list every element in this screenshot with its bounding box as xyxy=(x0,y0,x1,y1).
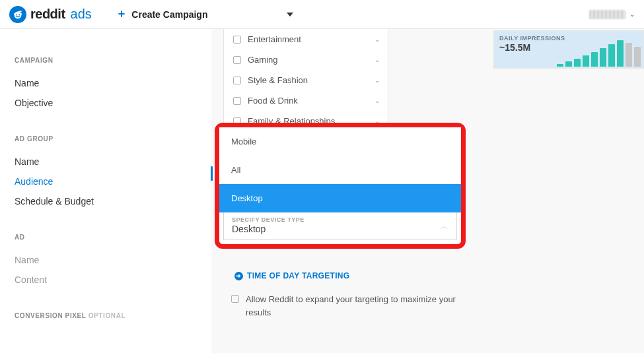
checkbox[interactable] xyxy=(233,77,241,84)
conversion-pixel-label: CONVERSION PIXEL xyxy=(15,312,86,319)
chevron-up-icon[interactable]: ︿ xyxy=(441,220,448,232)
svg-point-4 xyxy=(14,13,15,14)
sidebar-item-audience[interactable]: Audience xyxy=(15,172,197,191)
create-campaign-button[interactable]: + Create Campaign xyxy=(118,7,294,21)
sidebar-item-ad-name[interactable]: Name xyxy=(15,250,197,270)
create-campaign-label: Create Campaign xyxy=(131,9,207,20)
active-indicator xyxy=(211,166,213,181)
sidebar-item-content[interactable]: Content xyxy=(15,270,197,290)
interest-row-gaming[interactable]: Gaming ⌄ xyxy=(224,49,388,70)
expand-targeting-label: Allow Reddit to expand your targeting to… xyxy=(246,293,469,319)
sidebar-section-adgroup: AD GROUP xyxy=(15,135,197,143)
caret-down-icon[interactable] xyxy=(287,13,293,16)
logo-ads-text: ads xyxy=(71,7,92,22)
time-of-day-targeting-toggle[interactable]: ➜ TIME OF DAY TARGETING xyxy=(234,271,349,280)
device-option-mobile[interactable]: Mobile xyxy=(219,127,461,156)
device-option-desktop[interactable]: Desktop xyxy=(219,184,461,212)
interest-label: Style & Fashion xyxy=(248,75,308,85)
device-option-all[interactable]: All xyxy=(219,156,461,184)
chevron-down-icon[interactable]: ⌄ xyxy=(375,97,380,104)
interests-panel: Entertainment ⌄ Gaming ⌄ Style & Fashion… xyxy=(223,29,388,132)
svg-point-1 xyxy=(16,14,17,15)
sidebar-section-ad: AD xyxy=(15,234,197,241)
interest-row-entertainment[interactable]: Entertainment ⌄ xyxy=(224,29,388,49)
checkbox[interactable] xyxy=(233,97,241,105)
chevron-down-icon[interactable]: ⌄ xyxy=(375,36,380,43)
device-type-field-label: SPECIFY DEVICE TYPE xyxy=(232,216,448,223)
sidebar-item-campaign-name[interactable]: Name xyxy=(15,73,197,93)
interest-row-style-fashion[interactable]: Style & Fashion ⌄ xyxy=(224,70,388,90)
chevron-down-icon[interactable]: ⌄ xyxy=(375,56,380,63)
checkbox[interactable] xyxy=(233,36,241,44)
svg-point-2 xyxy=(18,14,20,15)
time-of-day-label: TIME OF DAY TARGETING xyxy=(247,271,349,280)
logo-text: reddit xyxy=(30,7,65,22)
plus-icon: + xyxy=(118,7,125,21)
sidebar-section-conversion-pixel: CONVERSION PIXEL OPTIONAL xyxy=(15,312,197,319)
interest-label: Entertainment xyxy=(248,34,301,44)
optional-label: OPTIONAL xyxy=(89,312,125,319)
checkbox[interactable] xyxy=(233,56,241,64)
impressions-chart xyxy=(557,40,641,67)
interest-label: Gaming xyxy=(248,55,278,65)
interest-row-food-drink[interactable]: Food & Drink ⌄ xyxy=(224,90,388,111)
device-type-field-value: Desktop xyxy=(232,224,448,234)
interest-label: Food & Drink xyxy=(248,96,298,106)
sidebar: CAMPAIGN Name Objective AD GROUP Name Au… xyxy=(0,29,211,353)
sidebar-item-adgroup-name[interactable]: Name xyxy=(15,152,197,172)
sidebar-item-objective[interactable]: Objective xyxy=(15,93,197,113)
svg-point-0 xyxy=(15,11,22,18)
svg-point-5 xyxy=(20,13,22,14)
chevron-down-icon[interactable]: ⌄ xyxy=(375,77,380,84)
checkbox[interactable] xyxy=(231,295,239,303)
sidebar-item-schedule-budget[interactable]: Schedule & Budget xyxy=(15,191,197,211)
sidebar-section-campaign: CAMPAIGN xyxy=(15,57,197,64)
reddit-icon xyxy=(9,6,26,23)
logo[interactable]: reddit ads xyxy=(9,6,92,23)
chevron-down-icon[interactable]: ⌄ xyxy=(629,11,635,18)
user-menu[interactable] xyxy=(589,10,626,19)
device-type-field[interactable]: SPECIFY DEVICE TYPE Desktop ︿ xyxy=(223,212,457,240)
expand-icon: ➜ xyxy=(234,272,243,280)
impressions-card: DAILY IMPRESSIONS ~15.5M xyxy=(493,30,644,69)
device-type-dropdown-highlight: Mobile All Desktop SPECIFY DEVICE TYPE D… xyxy=(215,123,466,249)
expand-targeting-row[interactable]: Allow Reddit to expand your targeting to… xyxy=(231,293,469,319)
